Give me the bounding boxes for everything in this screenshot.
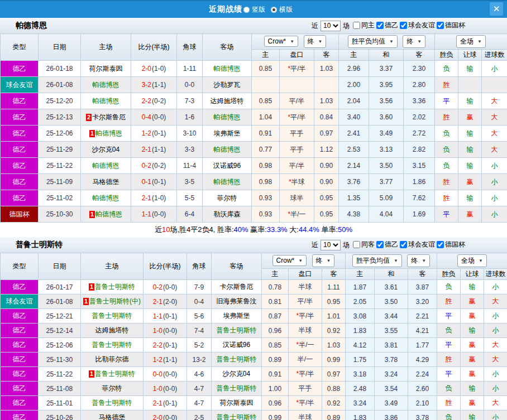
home-team-name[interactable]: 马格德堡 <box>99 413 126 420</box>
score-cell: 0-4(0-0) <box>131 109 177 125</box>
home-team-name[interactable]: 卡尔斯鲁厄 <box>92 113 126 121</box>
league-type-badge: 德乙 <box>1 109 39 125</box>
match-row: 德乙 25-12-06 1帕德博恩 1-2(0-1) 3-10 埃弗斯堡 0.9… <box>1 125 507 142</box>
result-wdl: 负 <box>435 158 458 174</box>
checkbox-input[interactable] <box>400 241 407 248</box>
odds-final-select[interactable]: 终▼ <box>304 35 327 48</box>
home-team-name[interactable]: 马格德堡 <box>93 178 119 186</box>
corner-cell: 1-6 <box>177 109 203 125</box>
radio-icon[interactable] <box>243 7 250 13</box>
away-team-name[interactable]: 旧海弗莱鲁汶 <box>217 297 257 305</box>
away-team-name[interactable]: 汉诺威96 <box>213 162 241 170</box>
home-team-name[interactable]: 帕德博恩 <box>93 97 119 105</box>
away-team-name[interactable]: 帕德博恩 <box>214 146 241 153</box>
same-venue-checkbox[interactable]: 同客 <box>352 240 375 249</box>
league-type-badge: 球会友谊 <box>1 295 39 309</box>
handicap-line: *半球 <box>280 174 314 190</box>
home-team-name[interactable]: 帕德博恩 <box>95 210 122 218</box>
odds-final-select[interactable]: 终▼ <box>312 254 335 267</box>
filter-bar: 近 10 场 同主 德乙 球会友谊 德国杯 <box>312 21 466 31</box>
league-type-badge: 球会友谊 <box>1 77 39 93</box>
home-team-name[interactable]: 沙尔克04 <box>92 146 119 153</box>
avg-draw-odds: 3.44 <box>375 309 408 324</box>
layout-radio-option[interactable]: 竖版 <box>243 5 265 15</box>
handicap-home-odds: 0.77 <box>252 142 280 158</box>
home-team-cell: 普鲁士明斯特 <box>81 309 144 324</box>
away-team-name[interactable]: 荷尔斯泰因 <box>220 399 253 407</box>
home-team-name[interactable]: 帕德博恩 <box>95 129 122 137</box>
away-team-name[interactable]: 普鲁士明斯特 <box>217 384 257 392</box>
away-team-name[interactable]: 沙尔克04 <box>223 370 250 378</box>
home-team-name[interactable]: 普鲁士明斯特(中) <box>89 297 141 305</box>
radio-icon[interactable] <box>271 7 277 13</box>
league-checkbox[interactable]: 德国杯 <box>436 21 465 30</box>
home-team-name[interactable]: 帕德博恩 <box>93 194 119 202</box>
checkbox-input[interactable] <box>437 22 444 29</box>
avg-home-odds: 2.00 <box>339 77 369 93</box>
checkbox-input[interactable] <box>353 241 360 248</box>
match-row: 德乙 25-11-02 帕德博恩 2-1(1-0) 5-5 菲尔特 0.93 球… <box>1 190 507 206</box>
checkbox-input[interactable] <box>376 241 384 248</box>
handicap-line: 平手 <box>280 142 314 158</box>
home-team-name[interactable]: 荷尔斯泰因 <box>89 65 123 73</box>
league-checkbox[interactable]: 德乙 <box>375 21 398 30</box>
odds-company-select[interactable]: Crow*▼ <box>272 255 307 266</box>
recent-count-select[interactable]: 10 <box>321 240 341 250</box>
full-match-select[interactable]: 全场▼ <box>456 35 486 48</box>
score-cell: 3-2(1-1) <box>131 77 177 93</box>
away-team-name[interactable]: 沙勒罗瓦 <box>214 81 241 89</box>
checkbox-input[interactable] <box>353 22 360 29</box>
away-team-name[interactable]: 帕德博恩 <box>214 65 241 73</box>
home-team-name[interactable]: 普鲁士明斯特 <box>95 370 135 378</box>
close-icon[interactable]: ✕ <box>490 2 503 16</box>
avg-draw-odds: 3.49 <box>375 396 408 411</box>
home-team-name[interactable]: 菲尔特 <box>102 384 122 392</box>
avg-home-odds: 1.75 <box>346 353 375 367</box>
home-team-name[interactable]: 比勒菲尔德 <box>95 355 129 363</box>
avg-final-select[interactable]: 终▼ <box>403 35 425 48</box>
league-checkbox[interactable]: 德乙 <box>375 240 398 249</box>
home-team-name[interactable]: 普鲁士明斯特 <box>92 399 132 407</box>
result-wdl: 平 <box>435 206 458 223</box>
home-team-cell: 沙尔克04 <box>81 142 131 158</box>
radio-label: 横版 <box>279 5 293 15</box>
checkbox-input[interactable] <box>376 22 384 29</box>
league-checkbox[interactable]: 德国杯 <box>436 240 465 249</box>
avg-odds-select[interactable]: 胜平负均值▼ <box>352 254 402 267</box>
same-venue-checkbox[interactable]: 同主 <box>352 21 375 30</box>
home-team-name[interactable]: 普鲁士明斯特 <box>92 341 132 349</box>
avg-final-select[interactable]: 终▼ <box>407 254 430 267</box>
recent-count-select[interactable]: 10 <box>321 21 341 31</box>
home-team-name[interactable]: 达姆施塔特 <box>95 326 129 334</box>
league-checkbox[interactable]: 球会友谊 <box>399 240 435 249</box>
away-team-name[interactable]: 普鲁士明斯特 <box>217 413 257 420</box>
home-team-name[interactable]: 帕德博恩 <box>93 81 119 89</box>
away-team-name[interactable]: 埃弗斯堡 <box>223 312 250 320</box>
corner-cell: 4-6 <box>187 367 212 382</box>
away-team-name[interactable]: 汉诺威96 <box>223 341 250 349</box>
home-team-cell: 1普鲁士明斯特(中) <box>81 295 144 309</box>
full-match-select[interactable]: 全场▼ <box>457 254 487 267</box>
checkbox-input[interactable] <box>437 241 444 248</box>
home-team-name[interactable]: 帕德博恩 <box>93 162 119 170</box>
away-team-name[interactable]: 普鲁士明斯特 <box>217 326 257 334</box>
away-team-name[interactable]: 达姆施塔特 <box>211 97 244 105</box>
home-team-name[interactable]: 普鲁士明斯特 <box>92 312 132 320</box>
away-team-name[interactable]: 卡尔斯鲁厄 <box>220 283 253 291</box>
away-team-name[interactable]: 埃弗斯堡 <box>214 129 241 137</box>
home-team-name[interactable]: 普鲁士明斯特 <box>95 283 135 291</box>
layout-radio-group: 竖版 横版 <box>243 5 298 15</box>
avg-home-odds: 2.96 <box>339 61 369 77</box>
away-team-name[interactable]: 帕德博恩 <box>214 178 241 186</box>
away-team-name[interactable]: 勒沃库森 <box>214 210 241 218</box>
league-checkbox[interactable]: 球会友谊 <box>399 21 435 30</box>
odds-company-select[interactable]: Crow*▼ <box>264 36 299 47</box>
away-team-name[interactable]: 菲尔特 <box>217 194 237 202</box>
away-team-cell: 沙尔克04 <box>212 367 262 382</box>
checkbox-input[interactable] <box>400 22 407 29</box>
avg-away-odds: 4.29 <box>408 353 437 367</box>
avg-odds-select[interactable]: 胜平负均值▼ <box>348 35 398 48</box>
away-team-name[interactable]: 普鲁士明斯特 <box>217 355 257 363</box>
away-team-name[interactable]: 帕德博恩 <box>214 113 241 121</box>
layout-radio-option[interactable]: 横版 <box>271 5 293 15</box>
